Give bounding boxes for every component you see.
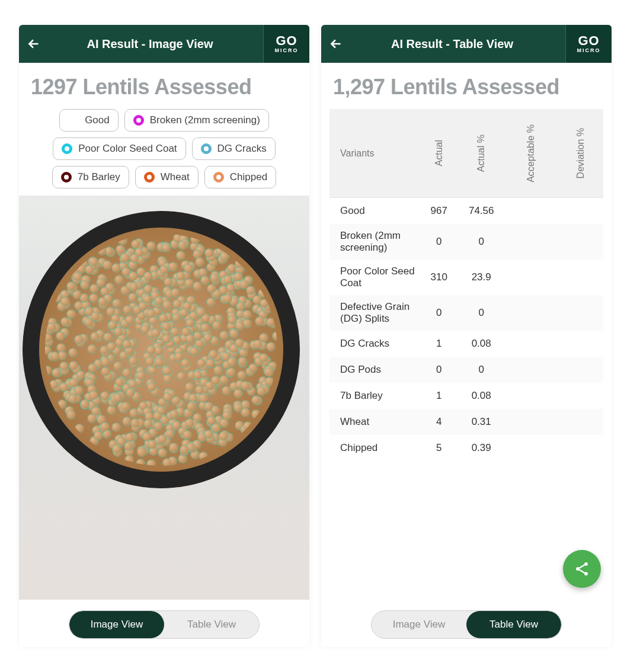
- table-row: Good96774.56: [329, 198, 603, 224]
- sample-dish: [23, 211, 300, 488]
- table-row: 7b Barley10.08: [329, 383, 603, 409]
- page-title: 1297 Lentils Assessed: [19, 63, 309, 109]
- back-button[interactable]: [19, 25, 49, 63]
- table-header-row: Variants Actual Actual % Acceptable % De…: [329, 109, 603, 198]
- cell-actual_pct: 0: [459, 236, 504, 248]
- table-row: Broken (2mm screening)00: [329, 224, 603, 260]
- cell-actual: 1: [419, 390, 459, 402]
- chip-color-dot: [144, 172, 155, 183]
- share-button[interactable]: [563, 550, 601, 588]
- table-row: DG Pods00: [329, 357, 603, 383]
- col-actual-pct: Actual %: [476, 135, 487, 172]
- table-row: Defective Grain (DG) Splits00: [329, 295, 603, 331]
- view-toggle: Image View Table View: [371, 610, 562, 639]
- header-title: AI Result - Table View: [351, 37, 565, 51]
- cell-variant: Broken (2mm screening): [329, 230, 419, 254]
- table-view-tab[interactable]: Table View: [164, 611, 259, 638]
- col-variants: Variants: [329, 148, 375, 159]
- arrow-left-icon: [328, 36, 344, 52]
- cell-actual: 5: [419, 442, 459, 454]
- legend-chip[interactable]: Broken (2mm screening): [124, 109, 269, 132]
- chip-color-dot: [68, 115, 79, 126]
- share-icon: [574, 561, 590, 577]
- cell-actual_pct: 0.31: [459, 416, 504, 428]
- cell-actual_pct: 0.08: [459, 390, 504, 402]
- brand-logo: GO MICRO: [263, 25, 309, 63]
- cell-actual_pct: 0: [459, 364, 504, 376]
- back-button[interactable]: [321, 25, 351, 63]
- legend-chip[interactable]: Poor Color Seed Coat: [53, 137, 185, 160]
- chip-label: Wheat: [161, 171, 190, 183]
- table-view-screen: AI Result - Table View GO MICRO 1,297 Le…: [321, 25, 612, 647]
- image-view-screen: AI Result - Image View GO MICRO 1297 Len…: [19, 25, 309, 647]
- legend-chip[interactable]: 7b Barley: [52, 166, 129, 188]
- table-row: Chipped50.39: [329, 435, 603, 461]
- cell-variant: Poor Color Seed Coat: [329, 265, 419, 289]
- legend-chip[interactable]: DG Cracks: [192, 137, 276, 160]
- table-row: Wheat40.31: [329, 409, 603, 435]
- cell-actual: 310: [419, 271, 459, 283]
- chip-label: Broken (2mm screening): [150, 114, 260, 126]
- chip-label: 7b Barley: [78, 171, 120, 183]
- chip-label: Chipped: [230, 171, 267, 183]
- cell-actual: 0: [419, 307, 459, 319]
- image-view-tab[interactable]: Image View: [372, 611, 466, 638]
- results-table: Variants Actual Actual % Acceptable % De…: [321, 109, 612, 461]
- cell-actual: 967: [419, 205, 459, 217]
- assessed-image[interactable]: [19, 196, 309, 600]
- legend-chip[interactable]: Wheat: [135, 166, 199, 188]
- legend-chips: GoodBroken (2mm screening)Poor Color See…: [19, 109, 309, 196]
- cell-actual_pct: 74.56: [459, 205, 504, 217]
- cell-variant: Good: [329, 205, 419, 217]
- col-actual: Actual: [434, 140, 444, 166]
- col-deviation-pct: Deviation %: [575, 128, 586, 178]
- table-row: Poor Color Seed Coat31023.9: [329, 260, 603, 295]
- cell-actual_pct: 0: [459, 307, 504, 319]
- cell-variant: Wheat: [329, 416, 419, 428]
- arrow-left-icon: [26, 36, 41, 52]
- view-toggle: Image View Table View: [69, 610, 260, 639]
- brand-logo: GO MICRO: [565, 25, 612, 63]
- app-header: AI Result - Table View GO MICRO: [321, 25, 612, 63]
- cell-actual_pct: 0.39: [459, 442, 504, 454]
- app-header: AI Result - Image View GO MICRO: [19, 25, 309, 63]
- chip-color-dot: [133, 115, 144, 126]
- page-title: 1,297 Lentils Assessed: [321, 63, 612, 109]
- cell-actual: 4: [419, 416, 459, 428]
- table-row: DG Cracks10.08: [329, 331, 603, 357]
- table-view-tab[interactable]: Table View: [466, 611, 561, 638]
- chip-color-dot: [213, 172, 224, 183]
- col-acceptable-pct: Acceptable %: [526, 124, 536, 183]
- chip-color-dot: [201, 143, 212, 154]
- cell-variant: Chipped: [329, 442, 419, 454]
- cell-actual: 0: [419, 236, 459, 248]
- cell-variant: DG Cracks: [329, 338, 419, 350]
- legend-chip[interactable]: Good: [59, 109, 119, 132]
- cell-variant: Defective Grain (DG) Splits: [329, 301, 419, 325]
- legend-chip[interactable]: Chipped: [204, 166, 276, 188]
- cell-actual_pct: 23.9: [459, 271, 504, 283]
- chip-label: Good: [85, 114, 110, 126]
- chip-color-dot: [61, 172, 72, 183]
- cell-actual: 1: [419, 338, 459, 350]
- cell-actual_pct: 0.08: [459, 338, 504, 350]
- cell-variant: DG Pods: [329, 364, 419, 376]
- image-view-tab[interactable]: Image View: [69, 611, 164, 638]
- chip-label: DG Cracks: [217, 143, 267, 155]
- chip-label: Poor Color Seed Coat: [78, 143, 177, 155]
- header-title: AI Result - Image View: [49, 37, 263, 51]
- cell-variant: 7b Barley: [329, 390, 419, 402]
- chip-color-dot: [62, 143, 72, 154]
- cell-actual: 0: [419, 364, 459, 376]
